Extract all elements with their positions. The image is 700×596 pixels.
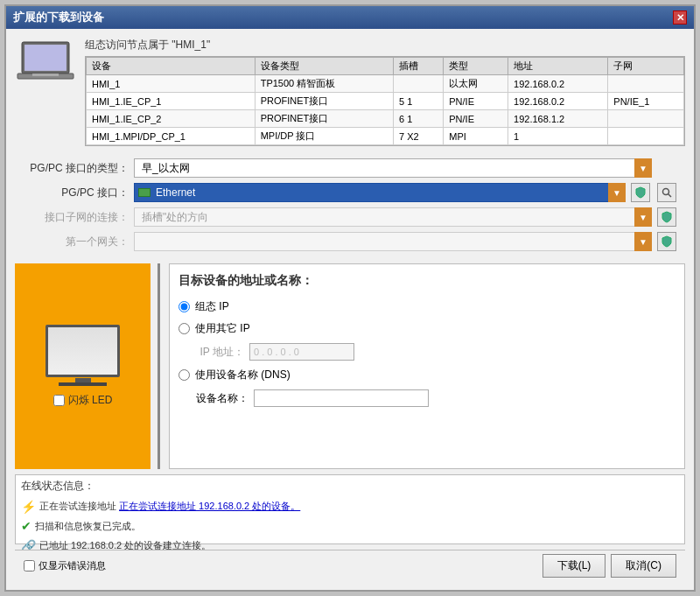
bottom-bar: 仅显示错误消息 下载(L) 取消(C): [15, 550, 685, 581]
shield-btn-3[interactable]: [657, 232, 676, 251]
ip-label: IP 地址：: [196, 345, 244, 360]
btn-group: 下载(L) 取消(C): [542, 554, 676, 578]
radio-dns-label: 使用设备名称 (DNS): [195, 368, 290, 382]
svg-rect-2: [24, 45, 66, 71]
pgpc-iface-label: PG/PC 接口：: [24, 186, 129, 200]
col-type: 设备类型: [255, 58, 393, 75]
close-button[interactable]: ✕: [673, 11, 687, 25]
pgpc-iface-display: Ethernet: [134, 183, 626, 202]
radio-dns[interactable]: [178, 369, 190, 381]
device-name-row: 设备名称：: [196, 389, 676, 407]
cancel-button[interactable]: 取消(C): [611, 554, 676, 578]
gateway-select-wrapper: ▼: [134, 232, 652, 251]
status-title: 在线状态信息：: [21, 479, 679, 494]
ethernet-icon: [138, 188, 150, 197]
table-section: 组态访问节点属于 "HMI_1" 设备 设备类型 插槽 类型 地址 子网: [85, 38, 685, 146]
radio-config-ip-row: 组态 IP: [178, 299, 676, 314]
col-slot: 插槽: [394, 58, 444, 75]
top-section: 组态访问节点属于 "HMI_1" 设备 设备类型 插槽 类型 地址 子网: [15, 38, 685, 146]
svg-rect-4: [32, 74, 59, 76]
target-settings: 目标设备的地址或名称： 组态 IP 使用其它 IP IP 地址：: [169, 263, 685, 469]
radio-config-ip-label: 组态 IP: [195, 299, 229, 314]
subnet-select[interactable]: 插槽"处的方向: [134, 207, 652, 227]
shield-btn-2[interactable]: [657, 207, 676, 227]
status-log: ⚡ 正在尝试连接地址 正在尝试连接地址 192.168.0.2 处的设备。 ✔ …: [21, 497, 679, 556]
radio-other-ip-label: 使用其它 IP: [195, 321, 250, 336]
laptop-icon: [15, 38, 76, 93]
connector: [158, 263, 162, 469]
status-item-0: ⚡ 正在尝试连接地址 正在尝试连接地址 192.168.0.2 处的设备。: [21, 497, 679, 516]
title-bar: 扩展的下载到设备 ✕: [6, 6, 694, 29]
col-addr: 地址: [508, 58, 608, 75]
error-checkbox-row: 仅显示错误消息: [24, 559, 106, 572]
table-row[interactable]: HMI_1.IE_CP_2 PROFINET接口 6 1 PN/IE 192.1…: [87, 110, 684, 128]
gateway-label: 第一个网关：: [24, 235, 129, 249]
subnet-label: 接口子网的连接：: [24, 210, 129, 225]
status-text-0: 正在尝试连接地址 正在尝试连接地址 192.168.0.2 处的设备。: [39, 499, 300, 515]
iface-dropdown-arrow[interactable]: ▼: [608, 183, 626, 202]
radio-dns-row: 使用设备名称 (DNS): [178, 368, 676, 382]
group-label: 组态访问节点属于 "HMI_1": [85, 38, 685, 53]
status-icon-try: ⚡: [21, 497, 36, 516]
radio-other-ip[interactable]: [178, 323, 190, 334]
status-link-0: 正在尝试连接地址 192.168.0.2 处的设备。: [119, 501, 300, 511]
col-subnet: 子网: [608, 58, 684, 75]
main-window: 扩展的下载到设备 ✕ 组态访问节点属于 "HMI_1": [4, 4, 696, 592]
led-checkbox-row: 闪烁 LED: [53, 393, 113, 408]
radio-config-ip[interactable]: [178, 301, 190, 312]
status-item-1: ✔ 扫描和信息恢复已完成。: [21, 516, 679, 536]
svg-line-6: [668, 194, 672, 198]
search-btn[interactable]: [657, 183, 676, 202]
pgpc-iface-row: PG/PC 接口： Ethernet ▼: [24, 183, 676, 202]
gateway-row: 第一个网关： ▼: [24, 232, 676, 251]
device-table: 设备 设备类型 插槽 类型 地址 子网 HMI_1 TP1500: [86, 57, 684, 145]
device-base: [59, 382, 107, 386]
pgpc-type-label: PG/PC 接口的类型：: [24, 161, 129, 176]
device-display: [46, 325, 120, 386]
led-label: 闪烁 LED: [68, 393, 113, 408]
status-section: 在线状态信息： ⚡ 正在尝试连接地址 正在尝试连接地址 192.168.0.2 …: [15, 474, 685, 544]
device-name-label: 设备名称：: [196, 391, 248, 406]
table-row[interactable]: HMI_1 TP1500 精智面板 以太网 192.168.0.2: [87, 75, 684, 93]
middle-panel: 闪烁 LED 目标设备的地址或名称： 组态 IP 使用其它 IP: [15, 263, 685, 469]
pgpc-type-select-wrapper: 早_以太网 ▼: [134, 158, 652, 178]
subnet-select-wrapper: 插槽"处的方向 ▼: [134, 207, 652, 227]
table-row[interactable]: HMI_1.IE_CP_1 PROFINET接口 5 1 PN/IE 192.1…: [87, 93, 684, 110]
led-checkbox[interactable]: [53, 395, 65, 406]
svg-point-5: [663, 189, 669, 195]
window-title: 扩展的下载到设备: [13, 10, 104, 25]
device-body: [46, 325, 120, 377]
pgpc-iface-select-wrapper: Ethernet ▼: [134, 183, 626, 202]
device-name-input[interactable]: [254, 389, 429, 407]
table-row[interactable]: HMI_1.MPI/DP_CP_1 MPI/DP 接口 7 X2 MPI 1: [87, 128, 684, 145]
vertical-connector: [158, 263, 160, 469]
config-section: PG/PC 接口的类型： 早_以太网 ▼ PG/PC 接口： Ethernet: [15, 151, 685, 258]
shield-btn-1[interactable]: [631, 183, 650, 202]
download-button[interactable]: 下载(L): [542, 554, 606, 578]
pgpc-type-select[interactable]: 早_以太网: [134, 158, 652, 178]
gateway-select[interactable]: [134, 232, 652, 251]
status-text-1: 扫描和信息恢复已完成。: [35, 519, 141, 535]
subnet-row: 接口子网的连接： 插槽"处的方向 ▼: [24, 207, 676, 227]
pgpc-type-row: PG/PC 接口的类型： 早_以太网 ▼: [24, 158, 676, 178]
status-icon-ok: ✔: [21, 516, 32, 536]
radio-other-ip-row: 使用其它 IP: [178, 321, 676, 336]
col-net: 类型: [444, 58, 508, 75]
col-device: 设备: [87, 58, 256, 75]
target-title: 目标设备的地址或名称：: [178, 273, 676, 289]
device-panel: 闪烁 LED: [15, 263, 150, 469]
device-screen: [46, 325, 120, 377]
ip-input-row: IP 地址：: [196, 343, 676, 361]
ip-input[interactable]: [249, 343, 354, 361]
error-only-label: 仅显示错误消息: [38, 559, 106, 572]
error-only-checkbox[interactable]: [24, 560, 35, 571]
